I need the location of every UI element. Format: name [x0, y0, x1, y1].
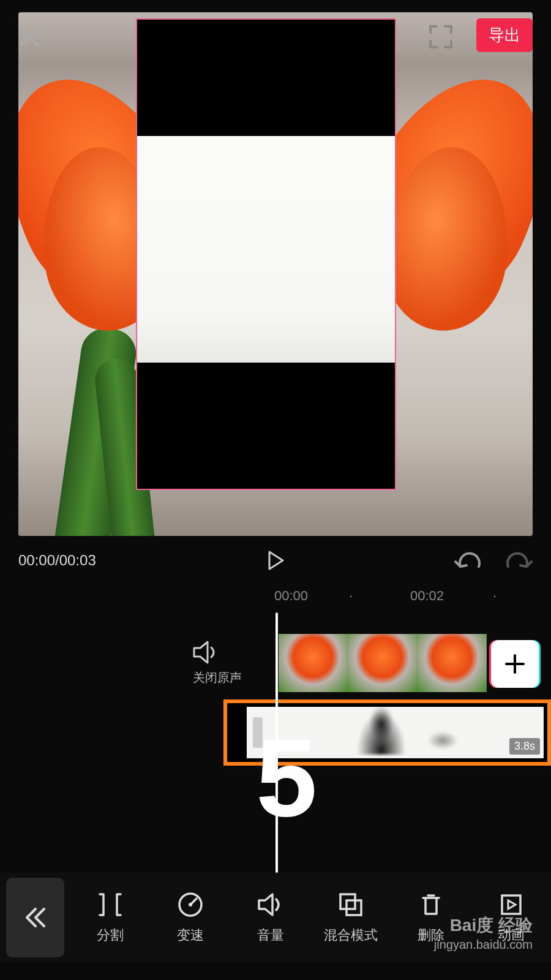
- tool-blend-mode[interactable]: 混合模式: [310, 891, 391, 944]
- volume-icon: [257, 891, 285, 919]
- ruler-mark: 00:00: [274, 588, 308, 604]
- mute-original-sound[interactable]: 关闭原声: [193, 640, 242, 686]
- ruler-dot: ·: [493, 588, 497, 604]
- add-clip-button[interactable]: [491, 640, 539, 688]
- overlay-thumbnail: [357, 712, 406, 755]
- split-icon: [96, 891, 124, 919]
- picture-in-picture-overlay[interactable]: [136, 18, 396, 490]
- blend-icon: [337, 891, 365, 919]
- watermark-brand: Bai度 经验: [434, 914, 533, 937]
- chevron-left-double-icon: [23, 905, 48, 930]
- undo-button[interactable]: [454, 549, 481, 571]
- video-thumbnail: [418, 634, 487, 692]
- ruler-dot: ·: [349, 588, 353, 604]
- watermark: Bai度 经验 jingyan.baidu.com: [434, 914, 533, 952]
- clip-duration-badge: 3.8s: [509, 738, 540, 755]
- fullscreen-button[interactable]: [429, 24, 453, 49]
- preview-area[interactable]: [18, 12, 533, 536]
- time-display: 00:00/00:03: [18, 552, 96, 569]
- play-button[interactable]: [264, 549, 287, 571]
- tool-label: 混合模式: [324, 926, 378, 944]
- main-video-track[interactable]: [279, 634, 487, 692]
- svg-point-1: [189, 903, 192, 907]
- tool-speed[interactable]: 变速: [151, 891, 231, 944]
- speaker-icon: [193, 640, 221, 665]
- speed-icon: [176, 891, 204, 919]
- video-thumbnail: [348, 634, 417, 692]
- tool-label: 变速: [177, 926, 204, 944]
- svg-rect-2: [340, 894, 355, 909]
- overlay-thumbnail: [427, 731, 458, 750]
- playback-bar: 00:00/00:03: [18, 536, 533, 585]
- watermark-url: jingyan.baidu.com: [434, 937, 533, 952]
- tool-split[interactable]: 分割: [70, 891, 151, 944]
- tool-label: 音量: [257, 926, 284, 944]
- overlay-content: [137, 136, 395, 363]
- redo-button[interactable]: [506, 549, 533, 571]
- tool-label: 分割: [97, 926, 124, 944]
- timeline-ruler[interactable]: 00:00 · 00:02 ·: [18, 588, 533, 609]
- svg-rect-4: [502, 895, 520, 914]
- ruler-mark: 00:02: [410, 588, 444, 604]
- export-button[interactable]: 导出: [476, 18, 533, 52]
- top-bar: 导出: [18, 18, 533, 55]
- mute-label: 关闭原声: [193, 669, 242, 686]
- close-button[interactable]: [18, 26, 40, 48]
- undo-redo-group: [454, 549, 533, 571]
- tutorial-step-number: 5: [256, 723, 317, 833]
- video-thumbnail: [279, 634, 348, 692]
- plus-icon: [503, 652, 527, 676]
- svg-rect-3: [347, 900, 361, 915]
- back-button[interactable]: [6, 878, 64, 957]
- tool-volume[interactable]: 音量: [231, 891, 311, 944]
